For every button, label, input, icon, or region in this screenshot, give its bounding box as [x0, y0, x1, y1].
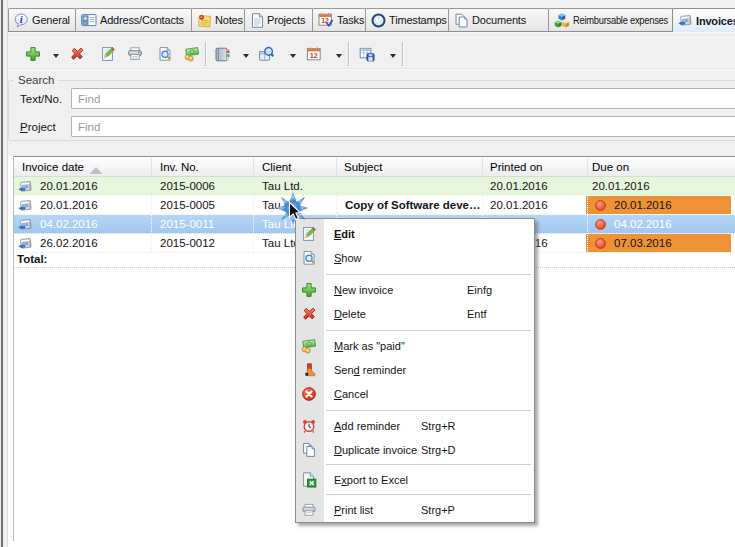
svg-text:i: i: [20, 14, 23, 25]
svg-text:12: 12: [310, 51, 318, 60]
